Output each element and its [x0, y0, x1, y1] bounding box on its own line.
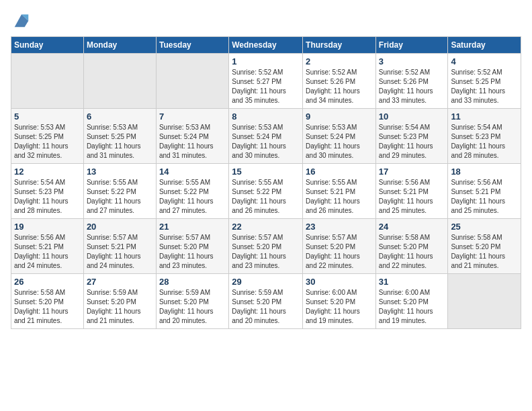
day-info: Sunrise: 5:56 AM Sunset: 5:21 PM Dayligh…: [379, 178, 445, 216]
day-number: 3: [379, 56, 445, 66]
day-info: Sunrise: 5:53 AM Sunset: 5:25 PM Dayligh…: [87, 123, 153, 161]
day-number: 16: [306, 167, 373, 177]
day-number: 21: [159, 222, 226, 232]
day-info: Sunrise: 5:52 AM Sunset: 5:26 PM Dayligh…: [379, 68, 445, 105]
calendar-cell: 29Sunrise: 5:59 AM Sunset: 5:20 PM Dayli…: [229, 274, 303, 329]
calendar-cell: 4Sunrise: 5:52 AM Sunset: 5:25 PM Daylig…: [448, 54, 521, 109]
day-number: 2: [306, 56, 373, 66]
calendar-cell: 1Sunrise: 5:52 AM Sunset: 5:27 PM Daylig…: [229, 54, 303, 109]
day-number: 7: [159, 111, 226, 122]
calendar-cell: 3Sunrise: 5:52 AM Sunset: 5:26 PM Daylig…: [375, 54, 448, 109]
day-number: 24: [379, 222, 445, 232]
day-info: Sunrise: 5:53 AM Sunset: 5:24 PM Dayligh…: [306, 123, 373, 161]
day-info: Sunrise: 5:55 AM Sunset: 5:22 PM Dayligh…: [87, 178, 153, 216]
day-number: 22: [232, 222, 300, 232]
calendar-cell: [448, 274, 521, 329]
day-number: 30: [306, 277, 373, 287]
weekday-tuesday: Tuesday: [156, 37, 228, 54]
day-number: 27: [87, 277, 153, 287]
calendar-cell: [156, 54, 228, 109]
calendar-cell: 27Sunrise: 5:59 AM Sunset: 5:20 PM Dayli…: [83, 274, 156, 329]
calendar-cell: 14Sunrise: 5:55 AM Sunset: 5:22 PM Dayli…: [156, 164, 228, 219]
week-row-4: 19Sunrise: 5:56 AM Sunset: 5:21 PM Dayli…: [11, 219, 521, 274]
day-info: Sunrise: 5:56 AM Sunset: 5:21 PM Dayligh…: [14, 233, 81, 271]
day-info: Sunrise: 5:55 AM Sunset: 5:22 PM Dayligh…: [159, 178, 226, 216]
calendar-cell: 9Sunrise: 5:53 AM Sunset: 5:24 PM Daylig…: [303, 109, 376, 164]
day-info: Sunrise: 5:52 AM Sunset: 5:26 PM Dayligh…: [306, 68, 373, 105]
day-number: 9: [306, 111, 373, 122]
day-number: 19: [14, 222, 81, 232]
calendar-cell: 26Sunrise: 5:58 AM Sunset: 5:20 PM Dayli…: [11, 274, 84, 329]
calendar-table: SundayMondayTuesdayWednesdayThursdayFrid…: [11, 36, 521, 329]
day-number: 11: [451, 111, 518, 122]
day-info: Sunrise: 5:55 AM Sunset: 5:22 PM Dayligh…: [232, 178, 300, 216]
weekday-header-row: SundayMondayTuesdayWednesdayThursdayFrid…: [11, 37, 521, 54]
day-number: 8: [232, 111, 300, 122]
day-number: 26: [14, 277, 81, 287]
day-info: Sunrise: 5:57 AM Sunset: 5:21 PM Dayligh…: [87, 233, 153, 271]
week-row-5: 26Sunrise: 5:58 AM Sunset: 5:20 PM Dayli…: [11, 274, 521, 329]
calendar-cell: 23Sunrise: 5:57 AM Sunset: 5:20 PM Dayli…: [303, 219, 376, 274]
calendar-cell: 31Sunrise: 6:00 AM Sunset: 5:20 PM Dayli…: [375, 274, 448, 329]
calendar-cell: 30Sunrise: 6:00 AM Sunset: 5:20 PM Dayli…: [303, 274, 376, 329]
calendar-cell: 22Sunrise: 5:57 AM Sunset: 5:20 PM Dayli…: [229, 219, 303, 274]
day-info: Sunrise: 5:53 AM Sunset: 5:24 PM Dayligh…: [232, 123, 300, 161]
day-number: 1: [232, 56, 300, 66]
calendar-cell: 10Sunrise: 5:54 AM Sunset: 5:23 PM Dayli…: [375, 109, 448, 164]
calendar-cell: 28Sunrise: 5:59 AM Sunset: 5:20 PM Dayli…: [156, 274, 228, 329]
calendar-cell: [11, 54, 84, 109]
weekday-monday: Monday: [83, 37, 156, 54]
calendar-cell: 7Sunrise: 5:53 AM Sunset: 5:24 PM Daylig…: [156, 109, 228, 164]
day-number: 15: [232, 167, 300, 177]
day-info: Sunrise: 5:58 AM Sunset: 5:20 PM Dayligh…: [14, 288, 81, 326]
day-info: Sunrise: 5:55 AM Sunset: 5:21 PM Dayligh…: [306, 178, 373, 216]
day-number: 31: [379, 277, 445, 287]
day-number: 25: [451, 222, 518, 232]
logo: [11, 11, 31, 30]
page-header: [11, 11, 521, 30]
day-info: Sunrise: 5:54 AM Sunset: 5:23 PM Dayligh…: [14, 178, 81, 216]
day-info: Sunrise: 5:54 AM Sunset: 5:23 PM Dayligh…: [379, 123, 445, 161]
day-number: 28: [159, 277, 226, 287]
day-info: Sunrise: 5:53 AM Sunset: 5:25 PM Dayligh…: [14, 123, 81, 161]
calendar-cell: [83, 54, 156, 109]
day-info: Sunrise: 5:59 AM Sunset: 5:20 PM Dayligh…: [159, 288, 226, 326]
day-info: Sunrise: 5:59 AM Sunset: 5:20 PM Dayligh…: [232, 288, 300, 326]
calendar-cell: 5Sunrise: 5:53 AM Sunset: 5:25 PM Daylig…: [11, 109, 84, 164]
day-info: Sunrise: 5:56 AM Sunset: 5:21 PM Dayligh…: [451, 178, 518, 216]
calendar-cell: 8Sunrise: 5:53 AM Sunset: 5:24 PM Daylig…: [229, 109, 303, 164]
calendar-cell: 13Sunrise: 5:55 AM Sunset: 5:22 PM Dayli…: [83, 164, 156, 219]
day-number: 17: [379, 167, 445, 177]
calendar-cell: 19Sunrise: 5:56 AM Sunset: 5:21 PM Dayli…: [11, 219, 84, 274]
weekday-saturday: Saturday: [448, 37, 521, 54]
day-number: 29: [232, 277, 300, 287]
day-info: Sunrise: 5:57 AM Sunset: 5:20 PM Dayligh…: [306, 233, 373, 271]
calendar-cell: 16Sunrise: 5:55 AM Sunset: 5:21 PM Dayli…: [303, 164, 376, 219]
weekday-friday: Friday: [375, 37, 448, 54]
calendar-cell: 18Sunrise: 5:56 AM Sunset: 5:21 PM Dayli…: [448, 164, 521, 219]
week-row-2: 5Sunrise: 5:53 AM Sunset: 5:25 PM Daylig…: [11, 109, 521, 164]
day-number: 20: [87, 222, 153, 232]
day-info: Sunrise: 5:58 AM Sunset: 5:20 PM Dayligh…: [379, 233, 445, 271]
day-info: Sunrise: 5:52 AM Sunset: 5:27 PM Dayligh…: [232, 68, 300, 105]
day-number: 13: [87, 167, 153, 177]
day-number: 4: [451, 56, 518, 66]
calendar-cell: 15Sunrise: 5:55 AM Sunset: 5:22 PM Dayli…: [229, 164, 303, 219]
weekday-sunday: Sunday: [11, 37, 84, 54]
calendar-cell: 12Sunrise: 5:54 AM Sunset: 5:23 PM Dayli…: [11, 164, 84, 219]
day-info: Sunrise: 6:00 AM Sunset: 5:20 PM Dayligh…: [379, 288, 445, 326]
day-info: Sunrise: 5:57 AM Sunset: 5:20 PM Dayligh…: [232, 233, 300, 271]
day-info: Sunrise: 5:54 AM Sunset: 5:23 PM Dayligh…: [451, 123, 518, 161]
day-info: Sunrise: 5:59 AM Sunset: 5:20 PM Dayligh…: [87, 288, 153, 326]
day-info: Sunrise: 5:58 AM Sunset: 5:20 PM Dayligh…: [451, 233, 518, 271]
week-row-1: 1Sunrise: 5:52 AM Sunset: 5:27 PM Daylig…: [11, 54, 521, 109]
day-number: 5: [14, 111, 81, 122]
day-number: 10: [379, 111, 445, 122]
day-number: 12: [14, 167, 81, 177]
day-number: 18: [451, 167, 518, 177]
calendar-cell: 20Sunrise: 5:57 AM Sunset: 5:21 PM Dayli…: [83, 219, 156, 274]
calendar-cell: 6Sunrise: 5:53 AM Sunset: 5:25 PM Daylig…: [83, 109, 156, 164]
day-number: 14: [159, 167, 226, 177]
calendar-cell: 25Sunrise: 5:58 AM Sunset: 5:20 PM Dayli…: [448, 219, 521, 274]
day-number: 23: [306, 222, 373, 232]
